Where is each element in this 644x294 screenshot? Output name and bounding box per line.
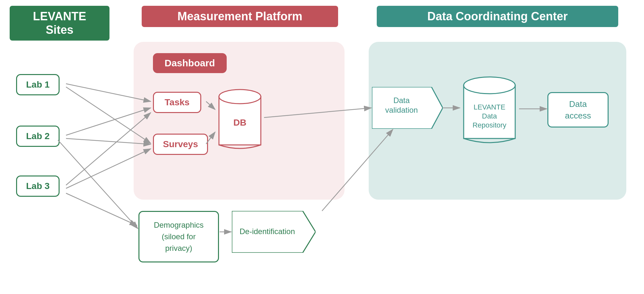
svg-text:De-identification: De-identification [240, 227, 295, 236]
svg-text:Data: Data [482, 112, 497, 120]
svg-text:validation: validation [385, 106, 418, 114]
data-access-box: Dataaccess [547, 92, 609, 128]
header-measurement: Measurement Platform [142, 6, 338, 27]
sites-title: LEVANTE Sites [33, 10, 86, 36]
svg-line-21 [66, 193, 137, 225]
data-validation-shape: Data validation [372, 87, 443, 129]
lab2-box: Lab 2 [16, 126, 60, 147]
deidentification-shape: De-identification [232, 211, 316, 253]
demographics-box: Demographics(siloed forprivacy) [138, 211, 219, 262]
measurement-title: Measurement Platform [177, 10, 302, 23]
header-sites: LEVANTE Sites [10, 6, 109, 41]
lab3-box: Lab 3 [16, 175, 60, 197]
lab1-box: Lab 1 [16, 74, 60, 95]
svg-text:LEVANTE: LEVANTE [474, 103, 506, 111]
svg-text:Data: Data [393, 96, 410, 105]
levante-repository-cylinder: LEVANTE Data Repository [460, 71, 518, 148]
dashboard-box: Dashboard [153, 53, 227, 73]
surveys-box: Surveys [153, 134, 208, 155]
svg-text:DB: DB [233, 118, 246, 128]
dcc-title: Data Coordinating Center [427, 10, 568, 23]
tasks-box: Tasks [153, 92, 201, 113]
svg-text:Repository: Repository [472, 121, 506, 129]
diagram-container: LEVANTE Sites Measurement Platform Data … [0, 0, 644, 294]
svg-point-7 [464, 77, 515, 94]
db-cylinder: DB [216, 84, 264, 151]
header-dcc: Data Coordinating Center [377, 6, 618, 27]
svg-line-22 [58, 140, 138, 229]
svg-point-1 [219, 90, 261, 104]
